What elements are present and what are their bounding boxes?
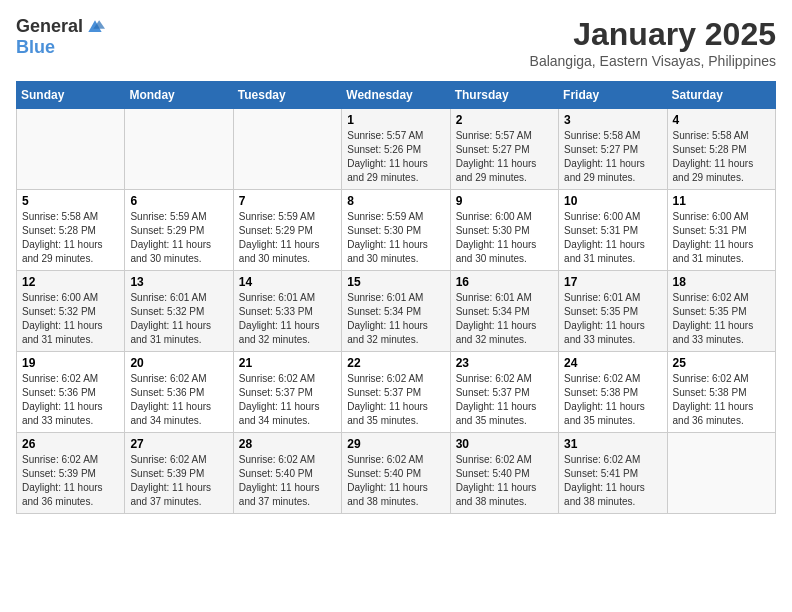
- calendar-cell: 15Sunrise: 6:01 AM Sunset: 5:34 PM Dayli…: [342, 271, 450, 352]
- calendar-cell: 26Sunrise: 6:02 AM Sunset: 5:39 PM Dayli…: [17, 433, 125, 514]
- day-number: 16: [456, 275, 553, 289]
- weekday-header-thursday: Thursday: [450, 82, 558, 109]
- day-info: Sunrise: 6:02 AM Sunset: 5:39 PM Dayligh…: [130, 453, 227, 509]
- day-info: Sunrise: 5:59 AM Sunset: 5:29 PM Dayligh…: [239, 210, 336, 266]
- day-number: 12: [22, 275, 119, 289]
- day-info: Sunrise: 6:02 AM Sunset: 5:36 PM Dayligh…: [130, 372, 227, 428]
- calendar-cell: 19Sunrise: 6:02 AM Sunset: 5:36 PM Dayli…: [17, 352, 125, 433]
- day-info: Sunrise: 6:01 AM Sunset: 5:34 PM Dayligh…: [347, 291, 444, 347]
- calendar-cell: 6Sunrise: 5:59 AM Sunset: 5:29 PM Daylig…: [125, 190, 233, 271]
- calendar-cell: 1Sunrise: 5:57 AM Sunset: 5:26 PM Daylig…: [342, 109, 450, 190]
- calendar-cell: 24Sunrise: 6:02 AM Sunset: 5:38 PM Dayli…: [559, 352, 667, 433]
- weekday-header-saturday: Saturday: [667, 82, 775, 109]
- day-info: Sunrise: 6:02 AM Sunset: 5:36 PM Dayligh…: [22, 372, 119, 428]
- weekday-header-sunday: Sunday: [17, 82, 125, 109]
- day-number: 28: [239, 437, 336, 451]
- day-number: 29: [347, 437, 444, 451]
- day-number: 22: [347, 356, 444, 370]
- day-info: Sunrise: 5:58 AM Sunset: 5:27 PM Dayligh…: [564, 129, 661, 185]
- day-info: Sunrise: 5:59 AM Sunset: 5:30 PM Dayligh…: [347, 210, 444, 266]
- calendar-cell: 16Sunrise: 6:01 AM Sunset: 5:34 PM Dayli…: [450, 271, 558, 352]
- title-block: January 2025 Balangiga, Eastern Visayas,…: [530, 16, 776, 69]
- month-title: January 2025: [530, 16, 776, 53]
- calendar-cell: 28Sunrise: 6:02 AM Sunset: 5:40 PM Dayli…: [233, 433, 341, 514]
- day-info: Sunrise: 6:00 AM Sunset: 5:31 PM Dayligh…: [564, 210, 661, 266]
- day-number: 25: [673, 356, 770, 370]
- day-info: Sunrise: 6:02 AM Sunset: 5:37 PM Dayligh…: [239, 372, 336, 428]
- calendar-cell: 18Sunrise: 6:02 AM Sunset: 5:35 PM Dayli…: [667, 271, 775, 352]
- calendar-cell: 10Sunrise: 6:00 AM Sunset: 5:31 PM Dayli…: [559, 190, 667, 271]
- day-number: 23: [456, 356, 553, 370]
- calendar-header: SundayMondayTuesdayWednesdayThursdayFrid…: [17, 82, 776, 109]
- day-info: Sunrise: 6:00 AM Sunset: 5:30 PM Dayligh…: [456, 210, 553, 266]
- day-info: Sunrise: 6:02 AM Sunset: 5:37 PM Dayligh…: [456, 372, 553, 428]
- day-number: 6: [130, 194, 227, 208]
- calendar-cell: 4Sunrise: 5:58 AM Sunset: 5:28 PM Daylig…: [667, 109, 775, 190]
- day-number: 14: [239, 275, 336, 289]
- calendar-cell: 29Sunrise: 6:02 AM Sunset: 5:40 PM Dayli…: [342, 433, 450, 514]
- calendar-week-4: 19Sunrise: 6:02 AM Sunset: 5:36 PM Dayli…: [17, 352, 776, 433]
- day-info: Sunrise: 6:01 AM Sunset: 5:34 PM Dayligh…: [456, 291, 553, 347]
- day-info: Sunrise: 5:58 AM Sunset: 5:28 PM Dayligh…: [22, 210, 119, 266]
- weekday-header-monday: Monday: [125, 82, 233, 109]
- page-header: General Blue January 2025 Balangiga, Eas…: [16, 16, 776, 69]
- calendar-cell: 2Sunrise: 5:57 AM Sunset: 5:27 PM Daylig…: [450, 109, 558, 190]
- logo-icon: [85, 17, 105, 37]
- day-info: Sunrise: 6:00 AM Sunset: 5:31 PM Dayligh…: [673, 210, 770, 266]
- calendar-cell: 21Sunrise: 6:02 AM Sunset: 5:37 PM Dayli…: [233, 352, 341, 433]
- calendar-cell: 23Sunrise: 6:02 AM Sunset: 5:37 PM Dayli…: [450, 352, 558, 433]
- calendar-cell: 5Sunrise: 5:58 AM Sunset: 5:28 PM Daylig…: [17, 190, 125, 271]
- day-number: 26: [22, 437, 119, 451]
- weekday-header-row: SundayMondayTuesdayWednesdayThursdayFrid…: [17, 82, 776, 109]
- day-number: 24: [564, 356, 661, 370]
- day-number: 10: [564, 194, 661, 208]
- logo-general-text: General: [16, 16, 83, 37]
- calendar-cell: 20Sunrise: 6:02 AM Sunset: 5:36 PM Dayli…: [125, 352, 233, 433]
- day-number: 1: [347, 113, 444, 127]
- weekday-header-friday: Friday: [559, 82, 667, 109]
- logo-blue-text: Blue: [16, 37, 55, 58]
- day-number: 31: [564, 437, 661, 451]
- day-info: Sunrise: 6:02 AM Sunset: 5:40 PM Dayligh…: [239, 453, 336, 509]
- day-info: Sunrise: 6:01 AM Sunset: 5:33 PM Dayligh…: [239, 291, 336, 347]
- day-number: 11: [673, 194, 770, 208]
- day-info: Sunrise: 6:00 AM Sunset: 5:32 PM Dayligh…: [22, 291, 119, 347]
- day-info: Sunrise: 5:57 AM Sunset: 5:27 PM Dayligh…: [456, 129, 553, 185]
- calendar-cell: 9Sunrise: 6:00 AM Sunset: 5:30 PM Daylig…: [450, 190, 558, 271]
- calendar-cell: 30Sunrise: 6:02 AM Sunset: 5:40 PM Dayli…: [450, 433, 558, 514]
- location-title: Balangiga, Eastern Visayas, Philippines: [530, 53, 776, 69]
- day-number: 8: [347, 194, 444, 208]
- calendar-week-3: 12Sunrise: 6:00 AM Sunset: 5:32 PM Dayli…: [17, 271, 776, 352]
- calendar-cell: [17, 109, 125, 190]
- calendar-cell: [125, 109, 233, 190]
- day-number: 2: [456, 113, 553, 127]
- calendar-cell: 25Sunrise: 6:02 AM Sunset: 5:38 PM Dayli…: [667, 352, 775, 433]
- day-info: Sunrise: 6:02 AM Sunset: 5:35 PM Dayligh…: [673, 291, 770, 347]
- day-info: Sunrise: 6:02 AM Sunset: 5:38 PM Dayligh…: [673, 372, 770, 428]
- calendar-body: 1Sunrise: 5:57 AM Sunset: 5:26 PM Daylig…: [17, 109, 776, 514]
- calendar-cell: [233, 109, 341, 190]
- day-info: Sunrise: 6:02 AM Sunset: 5:41 PM Dayligh…: [564, 453, 661, 509]
- day-number: 17: [564, 275, 661, 289]
- calendar-week-2: 5Sunrise: 5:58 AM Sunset: 5:28 PM Daylig…: [17, 190, 776, 271]
- calendar-cell: 17Sunrise: 6:01 AM Sunset: 5:35 PM Dayli…: [559, 271, 667, 352]
- day-number: 9: [456, 194, 553, 208]
- day-number: 7: [239, 194, 336, 208]
- day-number: 27: [130, 437, 227, 451]
- calendar-cell: 22Sunrise: 6:02 AM Sunset: 5:37 PM Dayli…: [342, 352, 450, 433]
- day-number: 5: [22, 194, 119, 208]
- weekday-header-wednesday: Wednesday: [342, 82, 450, 109]
- calendar-cell: [667, 433, 775, 514]
- day-info: Sunrise: 5:59 AM Sunset: 5:29 PM Dayligh…: [130, 210, 227, 266]
- calendar-table: SundayMondayTuesdayWednesdayThursdayFrid…: [16, 81, 776, 514]
- day-info: Sunrise: 6:02 AM Sunset: 5:38 PM Dayligh…: [564, 372, 661, 428]
- calendar-cell: 3Sunrise: 5:58 AM Sunset: 5:27 PM Daylig…: [559, 109, 667, 190]
- calendar-cell: 11Sunrise: 6:00 AM Sunset: 5:31 PM Dayli…: [667, 190, 775, 271]
- day-number: 4: [673, 113, 770, 127]
- day-info: Sunrise: 5:58 AM Sunset: 5:28 PM Dayligh…: [673, 129, 770, 185]
- calendar-cell: 14Sunrise: 6:01 AM Sunset: 5:33 PM Dayli…: [233, 271, 341, 352]
- day-info: Sunrise: 6:02 AM Sunset: 5:37 PM Dayligh…: [347, 372, 444, 428]
- day-info: Sunrise: 5:57 AM Sunset: 5:26 PM Dayligh…: [347, 129, 444, 185]
- calendar-week-5: 26Sunrise: 6:02 AM Sunset: 5:39 PM Dayli…: [17, 433, 776, 514]
- weekday-header-tuesday: Tuesday: [233, 82, 341, 109]
